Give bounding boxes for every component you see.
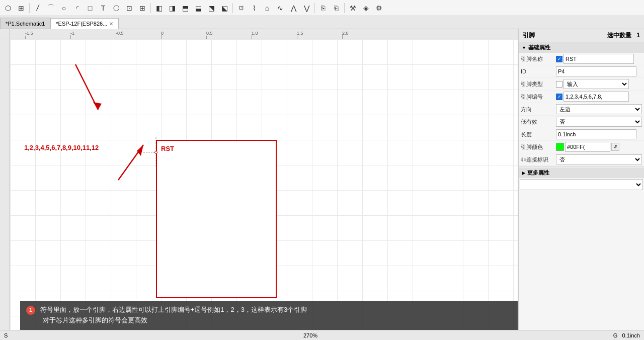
toolbar-sep-4 (314, 3, 315, 13)
tab-schematic1[interactable]: *P1.Schematic1 (0, 18, 50, 29)
panel-title: 引脚 (523, 31, 535, 40)
text-tool-btn[interactable]: T (97, 2, 109, 14)
move-tool-btn[interactable]: ⊞ (15, 2, 27, 14)
wave3-btn[interactable]: ⋁ (300, 2, 312, 14)
prop-row-pin-num: 引脚编号 ✓ (519, 91, 644, 103)
canvas-content[interactable]: 1,2,3,4,5,6,7,8,9,10,11,12 RST 1 符号里面，放一… (10, 39, 518, 330)
tab-schematic1-label: *P1.Schematic1 (6, 21, 45, 27)
toolbar: ⬡ ⊞ / ⌒ ○ ◜ □ T ◯ ⊡ ⊞ ◧ ◨ ⬒ ⬓ ⬔ ⬕ ⊡ ⌇ ⌂ … (0, 0, 644, 16)
panel-count-area: 选中数量 1 (607, 31, 640, 40)
prop-value-length (556, 129, 642, 139)
tooltip-number: 1 (26, 306, 35, 315)
status-bar: S 270% G 0.1inch (0, 330, 644, 340)
prop-value-pin-color: ↺ (556, 142, 642, 152)
canvas-area[interactable]: -1.5 -1 -0.5 0 0.5 1.0 1.5 2.0 (0, 29, 518, 330)
direction-select[interactable]: 左边 右边 上边 下边 (556, 104, 642, 114)
pin-name-label: RST (161, 145, 174, 152)
tooltip-text: 符号里面，放一个引脚，右边属性可以打上引脚编号+逗号例如1，2，3，这样表示有3… (26, 306, 307, 324)
pin-num-checkbox[interactable]: ✓ (556, 94, 562, 100)
basic-section-label: 基础属性 (528, 44, 550, 51)
curve-tool-btn[interactable]: ⌒ (45, 2, 57, 14)
dropdown-area (519, 178, 644, 191)
ruler-tick-label: -1.5 (25, 31, 33, 36)
prop-label-pin-color: 引脚颜色 (521, 143, 556, 151)
align-left-btn[interactable]: ◧ (153, 2, 165, 14)
prop-value-pin-name: ✓ (556, 54, 642, 64)
align-top-btn[interactable]: ⬒ (179, 2, 191, 14)
copy-btn[interactable]: ⎘ (317, 2, 329, 14)
ruler-vertical (0, 39, 10, 330)
tooltip-bar: 1 符号里面，放一个引脚，右边属性可以打上引脚编号+逗号例如1，2，3，这样表示… (20, 301, 518, 330)
select-tool-btn[interactable]: ⬡ (2, 2, 14, 14)
prop-label-pin-type: 引脚类型 (521, 80, 556, 88)
tool1-btn[interactable]: ⚒ (347, 2, 359, 14)
distribute-v-btn[interactable]: ⬕ (218, 2, 230, 14)
prop-label-pin-name: 引脚名称 (521, 55, 556, 63)
toolbar-sep-5 (344, 3, 345, 13)
pin-color-swatch[interactable] (556, 143, 564, 151)
pin-color-input[interactable] (565, 142, 610, 152)
image-tool-btn[interactable]: ⊡ (123, 2, 135, 14)
prop-row-pin-color: 引脚颜色 ↺ (519, 141, 644, 153)
prop-value-id (556, 66, 642, 76)
paste-btn[interactable]: ⎗ (330, 2, 342, 14)
wave2-btn[interactable]: ⋀ (287, 2, 299, 14)
align-bottom-btn[interactable]: ⬓ (192, 2, 204, 14)
pin-name-input[interactable] (564, 54, 634, 64)
prop-row-pin-name: 引脚名称 ✓ (519, 53, 644, 65)
prop-row-no-connect: 非连接标识 否 是 (519, 153, 644, 166)
main-area: -1.5 -1 -0.5 0 0.5 1.0 1.5 2.0 (0, 29, 644, 330)
id-input[interactable] (556, 66, 636, 76)
prop-row-length: 长度 (519, 128, 644, 141)
status-grid-label: G (613, 332, 618, 338)
more-section[interactable]: ▶ 更多属性 (519, 167, 644, 178)
prop-label-length: 长度 (521, 131, 556, 138)
pin-btn[interactable]: ⌂ (261, 2, 273, 14)
prop-value-active-low: 否 是 (556, 117, 642, 127)
status-left: S (4, 332, 8, 338)
more-collapse-icon: ▶ (522, 171, 525, 176)
active-low-select[interactable]: 否 是 (556, 117, 642, 127)
align-right-btn[interactable]: ◨ (166, 2, 178, 14)
graph-btn[interactable]: ⊡ (235, 2, 247, 14)
prop-value-pin-num: ✓ (556, 92, 642, 102)
status-grid-value: 0.1inch (622, 332, 640, 338)
pin-type-checkbox[interactable] (556, 81, 562, 88)
table-tool-btn[interactable]: ⊞ (136, 2, 148, 14)
arc-tool-btn[interactable]: ◜ (71, 2, 83, 14)
basic-section-content: 引脚名称 ✓ ID 引脚类型 (519, 53, 644, 166)
prop-row-pin-type: 引脚类型 输入 输出 双向 (519, 78, 644, 91)
tab-esp12f-label: *ESP-12F(ESP826... (56, 21, 107, 27)
prop-label-pin-num: 引脚编号 (521, 93, 556, 101)
right-panel: 引脚 选中数量 1 ▼ 基础属性 引脚名称 ✓ (518, 29, 644, 330)
tab-esp12f[interactable]: *ESP-12F(ESP826... ✕ (50, 18, 119, 29)
pen-tool-btn[interactable]: / (32, 2, 44, 14)
ruler-corner (0, 29, 10, 39)
pin-name-checkbox[interactable]: ✓ (556, 56, 562, 62)
prop-value-no-connect: 否 是 (556, 154, 642, 164)
basic-section-title[interactable]: ▼ 基础属性 (519, 42, 644, 53)
length-input[interactable] (556, 129, 636, 139)
toolbar-sep-3 (232, 3, 233, 13)
panel-dropdown[interactable] (520, 179, 643, 190)
toolbar-sep-1 (29, 3, 30, 13)
component-box[interactable] (156, 140, 277, 298)
more-section-label: 更多属性 (527, 169, 549, 177)
wave1-btn[interactable]: ∿ (274, 2, 286, 14)
pin-type-select[interactable]: 输入 输出 双向 (564, 79, 629, 89)
collapse-icon: ▼ (522, 45, 526, 50)
rect-tool-btn[interactable]: □ (84, 2, 96, 14)
waveform-btn[interactable]: ⌇ (248, 2, 260, 14)
no-connect-select[interactable]: 否 是 (556, 154, 642, 164)
pin-num-input[interactable] (564, 92, 629, 102)
pin-color-reset-btn[interactable]: ↺ (611, 143, 619, 151)
ellipse-tool-btn[interactable]: ◯ (110, 2, 122, 14)
tool2-btn[interactable]: ◈ (360, 2, 372, 14)
circle-tool-btn[interactable]: ○ (58, 2, 70, 14)
panel-count-label: 选中数量 (607, 32, 631, 39)
tab-esp12f-close[interactable]: ✕ (109, 21, 113, 27)
distribute-h-btn[interactable]: ⬔ (205, 2, 217, 14)
panel-count: 1 (636, 32, 640, 39)
settings-btn[interactable]: ⚙ (373, 2, 385, 14)
prop-label-id: ID (521, 68, 556, 74)
